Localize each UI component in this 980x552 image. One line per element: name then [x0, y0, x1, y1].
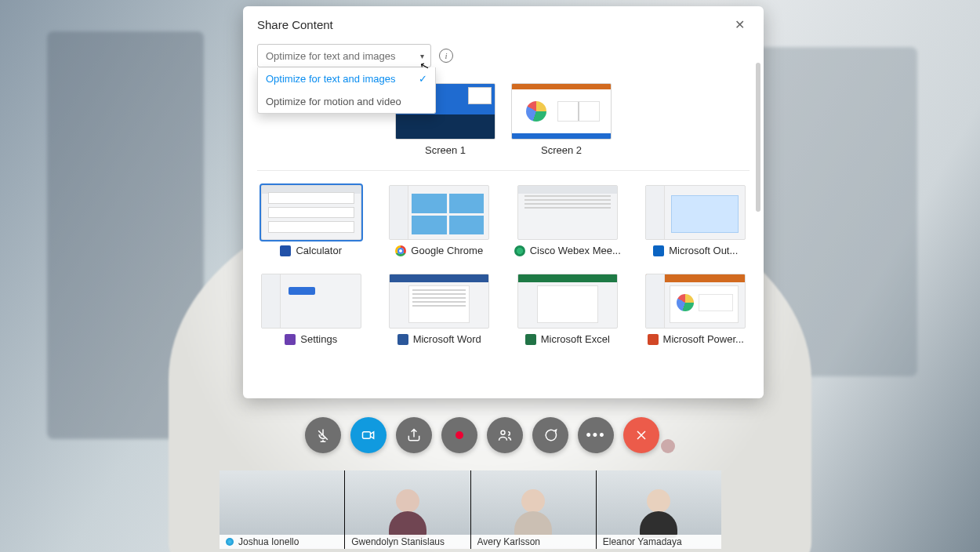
modal-scrollbar[interactable] [756, 52, 760, 390]
optimize-dropdown[interactable]: Optimize for text and images ▾ [257, 44, 431, 67]
optimize-option-motion-video[interactable]: Optimize for motion and video [258, 90, 435, 113]
app-label: Microsoft Word [413, 333, 481, 345]
screen-tile-2[interactable]: Screen 2 [511, 83, 612, 156]
scrollbar-thumb[interactable] [756, 63, 760, 212]
app-tile-calculator[interactable]: Calculator [257, 185, 365, 256]
apps-grid: Calculator Google Chrome [257, 171, 750, 351]
app-label: Google Chrome [411, 245, 483, 256]
svg-point-1 [501, 430, 505, 434]
microphone-muted-icon [315, 427, 331, 443]
participant-tile[interactable]: Eleanor Yamadaya [596, 470, 721, 549]
close-icon [633, 427, 649, 443]
optimize-option-text-images[interactable]: Optimize for text and images ✓ [258, 67, 435, 90]
participant-label-bar: Joshua Ionello [220, 535, 344, 549]
participants-filmstrip: Joshua Ionello Gwendolyn Stanislaus Aver… [220, 470, 721, 549]
webex-icon [514, 245, 525, 256]
thumb-decor [262, 274, 281, 328]
app-label-row: Microsoft Word [386, 329, 494, 345]
video-button[interactable] [350, 417, 387, 453]
participant-tile[interactable]: Avery Karlsson [470, 470, 596, 549]
check-icon: ✓ [419, 73, 427, 85]
powerpoint-icon [648, 334, 659, 345]
thumb-decor [526, 101, 546, 122]
app-label-row: Microsoft Power... [642, 329, 750, 345]
optimize-option-label: Optimize for text and images [266, 73, 395, 85]
chat-button[interactable] [532, 417, 568, 453]
thumb-decor [670, 285, 739, 323]
app-tile-chrome[interactable]: Google Chrome [386, 185, 494, 256]
participant-name: Eleanor Yamadaya [603, 536, 682, 547]
participant-figure [514, 489, 552, 538]
share-button[interactable] [396, 417, 432, 453]
thumb-decor [557, 101, 600, 122]
participant-figure [640, 489, 677, 538]
chrome-icon [395, 245, 406, 256]
meeting-toolbar: ••• [305, 417, 675, 453]
participant-name: Joshua Ionello [238, 536, 299, 547]
optimize-dropdown-menu: Optimize for text and images ✓ Optimize … [257, 67, 436, 114]
app-label: Microsoft Excel [541, 333, 610, 345]
app-thumb [389, 185, 489, 240]
mute-button[interactable] [305, 417, 341, 453]
app-tile-word[interactable]: Microsoft Word [386, 274, 494, 345]
more-options-button[interactable]: ••• [578, 417, 614, 453]
modal-body[interactable]: Screen 1 Screen 2 [243, 74, 764, 398]
participant-tile[interactable]: Gwendolyn Stanislaus [344, 470, 470, 549]
participant-chip [661, 439, 675, 453]
meeting-stage: Share Content ✕ Optimize for text and im… [0, 0, 980, 552]
app-tile-outlook[interactable]: Microsoft Out... [642, 185, 750, 256]
app-label: Settings [300, 333, 337, 345]
participant-tile[interactable]: Joshua Ionello [220, 470, 344, 549]
app-tile-webex[interactable]: Cisco Webex Mee... [514, 185, 622, 256]
thumb-decor [468, 87, 492, 104]
participant-label-bar: Gwendolyn Stanislaus [345, 535, 470, 549]
close-icon[interactable]: ✕ [730, 14, 750, 35]
app-tile-powerpoint[interactable]: Microsoft Power... [642, 274, 750, 345]
settings-icon [285, 334, 296, 345]
app-thumb [261, 185, 361, 240]
chevron-down-icon: ▾ [420, 52, 424, 60]
screen-thumb [511, 83, 612, 140]
optimize-controls: Optimize for text and images ▾ i Optimiz… [243, 44, 764, 74]
thumb-decor [390, 274, 488, 282]
participants-icon [497, 427, 513, 443]
app-thumb [261, 274, 361, 329]
thumb-decor [268, 192, 354, 233]
share-icon [406, 427, 422, 443]
app-label-row: Calculator [257, 240, 365, 256]
info-icon[interactable]: i [439, 49, 453, 63]
record-button[interactable] [441, 417, 477, 453]
participant-label-bar: Avery Karlsson [471, 535, 596, 549]
app-tile-settings[interactable]: Settings [257, 274, 365, 345]
app-label: Microsoft Out... [669, 245, 738, 256]
thumb-decor [518, 186, 617, 194]
participants-button[interactable] [487, 417, 523, 453]
thumb-decor [646, 186, 665, 239]
record-icon [456, 431, 463, 439]
participant-name: Avery Karlsson [477, 536, 540, 547]
thumb-decor [646, 274, 665, 328]
app-thumb [517, 185, 618, 240]
screen-label: Screen 2 [511, 140, 612, 156]
app-label-row: Cisco Webex Mee... [514, 240, 622, 256]
thumb-decor [518, 274, 617, 282]
thumb-decor [699, 294, 733, 311]
optimize-dropdown-value: Optimize for text and images [266, 50, 395, 62]
svg-rect-0 [363, 432, 371, 438]
app-thumb [517, 274, 618, 329]
thumb-decor [677, 294, 694, 311]
optimize-option-label: Optimize for motion and video [266, 96, 401, 107]
word-icon [397, 334, 408, 345]
thumb-decor [390, 186, 408, 239]
share-content-modal: Share Content ✕ Optimize for text and im… [243, 6, 764, 398]
thumb-decor [412, 194, 484, 234]
app-label: Cisco Webex Mee... [530, 245, 621, 256]
screen-label: Screen 1 [395, 140, 495, 156]
leave-button[interactable] [623, 417, 659, 453]
app-tile-excel[interactable]: Microsoft Excel [514, 274, 622, 345]
thumb-decor [289, 287, 315, 295]
excel-icon [525, 334, 536, 345]
app-label-row: Google Chrome [386, 240, 494, 256]
thumb-decor [408, 285, 470, 323]
app-label: Microsoft Power... [663, 333, 744, 345]
